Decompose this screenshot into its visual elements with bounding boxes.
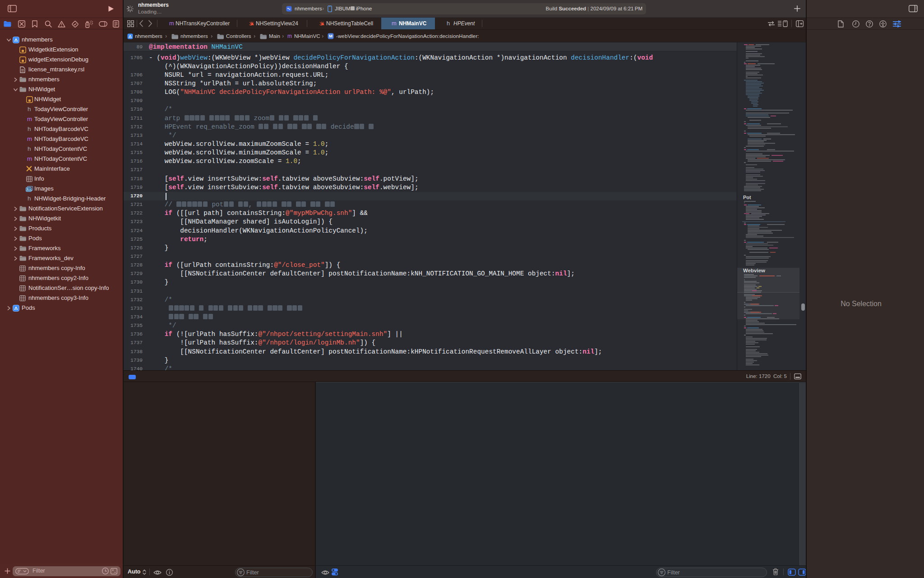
svg-text:Pot: Pot [743, 195, 751, 200]
svg-text:Webview: Webview [743, 268, 765, 273]
svg-text:M: M [329, 33, 333, 38]
